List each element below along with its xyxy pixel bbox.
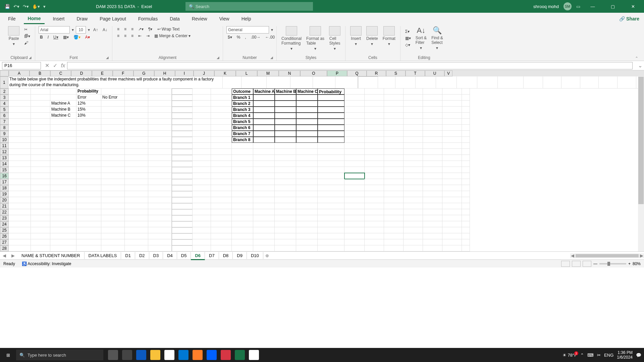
- cell-V17[interactable]: [462, 179, 470, 185]
- cell-O6[interactable]: [318, 113, 344, 119]
- sheet-tab-data-labels[interactable]: DATA LABELS: [85, 252, 121, 259]
- cell-U15[interactable]: [442, 167, 462, 173]
- cell-C17[interactable]: [50, 179, 76, 185]
- cell-U21[interactable]: [442, 203, 462, 209]
- accounting-format-button[interactable]: $▾: [226, 34, 233, 40]
- cell-Q10[interactable]: [365, 137, 384, 143]
- cell-K20[interactable]: [232, 197, 253, 203]
- cell-U7[interactable]: [442, 119, 462, 125]
- cell-A27[interactable]: [9, 239, 31, 245]
- cell-V22[interactable]: [462, 209, 470, 215]
- cell-Q18[interactable]: [365, 185, 384, 191]
- cell-M24[interactable]: [275, 221, 296, 227]
- cell-G23[interactable]: [148, 215, 172, 221]
- cell-G24[interactable]: [148, 221, 172, 227]
- cell-R11[interactable]: [384, 143, 404, 149]
- cell-U6[interactable]: [442, 113, 462, 119]
- column-header-L[interactable]: L: [236, 70, 257, 76]
- cell-B11[interactable]: [31, 143, 50, 149]
- column-header-A[interactable]: A: [9, 70, 30, 76]
- decrease-font-icon[interactable]: A↓: [101, 27, 109, 33]
- cell-L3[interactable]: [253, 95, 275, 101]
- cell-D10[interactable]: [76, 137, 101, 143]
- cell-B9[interactable]: [31, 131, 50, 137]
- cell-I2[interactable]: [193, 88, 211, 95]
- cell-J12[interactable]: [211, 149, 232, 155]
- cell-N7[interactable]: [296, 119, 318, 125]
- sheet-nav-prev[interactable]: ◀: [0, 253, 9, 258]
- row-header-24[interactable]: 24: [0, 221, 9, 227]
- row-header-5[interactable]: 5: [0, 107, 9, 113]
- cell-G2[interactable]: [148, 88, 172, 95]
- cell-F18[interactable]: [125, 185, 148, 191]
- cell-S17[interactable]: [404, 179, 423, 185]
- touch-mode-icon[interactable]: ✋▾: [32, 4, 40, 9]
- cell-C19[interactable]: [50, 191, 76, 197]
- cell-M28[interactable]: [275, 245, 296, 251]
- cell-B6[interactable]: [31, 113, 50, 119]
- cell-D20[interactable]: [76, 197, 101, 203]
- cell-D27[interactable]: [76, 239, 101, 245]
- cell-U8[interactable]: [442, 125, 462, 131]
- cell-T24[interactable]: [423, 221, 442, 227]
- cell-J24[interactable]: [211, 221, 232, 227]
- row-header-3[interactable]: 3: [0, 95, 9, 101]
- edge-icon[interactable]: [136, 350, 146, 360]
- cell-N6[interactable]: [296, 113, 318, 119]
- column-header-M[interactable]: M: [257, 70, 279, 76]
- cell-F26[interactable]: [125, 233, 148, 239]
- cell-U26[interactable]: [442, 233, 462, 239]
- cell-F12[interactable]: [125, 149, 148, 155]
- cell-U12[interactable]: [442, 149, 462, 155]
- cell-N19[interactable]: [296, 191, 318, 197]
- cell-F28[interactable]: [125, 245, 148, 251]
- cell-F8[interactable]: [125, 125, 148, 131]
- cell-A5[interactable]: [9, 107, 31, 113]
- cell-R14[interactable]: [384, 161, 404, 167]
- tab-file[interactable]: File: [4, 14, 20, 23]
- cell-C3[interactable]: [50, 95, 76, 101]
- cell-T11[interactable]: [423, 143, 442, 149]
- cell-T2[interactable]: [423, 88, 442, 95]
- cell-T28[interactable]: [423, 245, 442, 251]
- row-header-26[interactable]: 26: [0, 233, 9, 239]
- cell-Q11[interactable]: [365, 143, 384, 149]
- cell-Q28[interactable]: [365, 245, 384, 251]
- cell-S7[interactable]: [404, 119, 423, 125]
- cell-O21[interactable]: [318, 203, 344, 209]
- cell-V28[interactable]: [462, 245, 470, 251]
- row-header-16[interactable]: 16: [0, 173, 9, 179]
- cell-K17[interactable]: [232, 179, 253, 185]
- cell-A9[interactable]: [9, 131, 31, 137]
- cell-P19[interactable]: [344, 191, 365, 197]
- cell-G4[interactable]: [148, 101, 172, 107]
- cell-L14[interactable]: [253, 161, 275, 167]
- font-size-select[interactable]: 10: [76, 26, 86, 34]
- cell-B25[interactable]: [31, 227, 50, 233]
- cell-N5[interactable]: [296, 107, 318, 113]
- cell-C25[interactable]: [50, 227, 76, 233]
- cell-J21[interactable]: [211, 203, 232, 209]
- cell-B13[interactable]: [31, 155, 50, 161]
- sheet-tab-d10[interactable]: D10: [247, 252, 263, 259]
- cell-D6[interactable]: 10%: [76, 113, 101, 119]
- cell-N12[interactable]: [296, 149, 318, 155]
- cell-M25[interactable]: [275, 227, 296, 233]
- cell-N1[interactable]: [477, 76, 498, 88]
- cell-S16[interactable]: [404, 173, 423, 179]
- conditional-formatting-button[interactable]: Conditional Formatting▾: [280, 26, 303, 51]
- cell-Q23[interactable]: [365, 215, 384, 221]
- cell-M5[interactable]: [275, 107, 296, 113]
- cell-V19[interactable]: [462, 191, 470, 197]
- cell-D4[interactable]: 12%: [76, 101, 101, 107]
- cell-O28[interactable]: [318, 245, 344, 251]
- tab-view[interactable]: View: [215, 14, 233, 23]
- cell-N22[interactable]: [296, 209, 318, 215]
- cell-I18[interactable]: [193, 185, 211, 191]
- cell-O1[interactable]: [498, 76, 524, 88]
- cell-V27[interactable]: [462, 239, 470, 245]
- cell-C15[interactable]: [50, 167, 76, 173]
- cell-B20[interactable]: [31, 197, 50, 203]
- cell-P7[interactable]: [344, 119, 365, 125]
- italic-button[interactable]: I: [46, 34, 50, 40]
